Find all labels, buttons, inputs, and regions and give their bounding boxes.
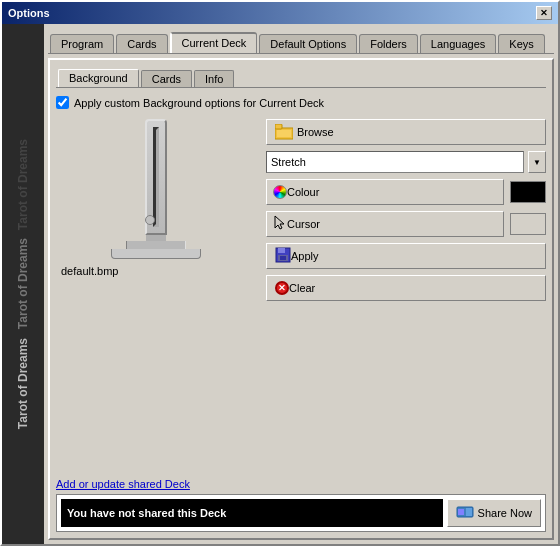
inner-tab-cards[interactable]: Cards	[141, 70, 192, 87]
save-icon	[275, 247, 291, 265]
bottom-section: Add or update shared Deck You have not s…	[56, 470, 546, 532]
monitor-base-top	[126, 241, 186, 249]
svg-rect-1	[275, 124, 282, 129]
colour-button[interactable]: Colour	[266, 179, 504, 205]
close-button[interactable]: ✕	[536, 6, 552, 20]
sidebar-text-2: Tarot of Dreams	[16, 238, 30, 329]
tab-keys[interactable]: Keys	[498, 34, 544, 53]
folder-icon	[275, 123, 293, 141]
cursor-button[interactable]: Cursor	[266, 211, 504, 237]
monitor-area: default.bmp	[56, 119, 256, 460]
main-content: Program Cards Current Deck Default Optio…	[44, 24, 558, 544]
custom-background-checkbox[interactable]	[56, 96, 69, 109]
tab-languages[interactable]: Languages	[420, 34, 496, 53]
tab-folders[interactable]: Folders	[359, 34, 418, 53]
share-icon	[456, 504, 474, 522]
colour-row: Colour	[266, 179, 546, 205]
sidebar-text-3: Tarot of Dreams	[16, 338, 30, 429]
title-bar: Options ✕	[2, 2, 558, 24]
svg-marker-3	[275, 216, 284, 229]
tab-program[interactable]: Program	[50, 34, 114, 53]
top-tab-bar: Program Cards Current Deck Default Optio…	[48, 28, 554, 54]
buttons-area: Browse Stretch Tile Center Fit ▼	[266, 119, 546, 460]
svg-rect-9	[458, 509, 464, 515]
monitor-power-button	[145, 215, 155, 225]
inner-tab-background[interactable]: Background	[58, 69, 139, 87]
monitor-filename-label: default.bmp	[56, 265, 118, 277]
stretch-select[interactable]: Stretch Tile Center Fit	[266, 151, 524, 173]
clear-icon: ✕	[275, 281, 289, 295]
tab-cards[interactable]: Cards	[116, 34, 167, 53]
colour-swatch[interactable]	[510, 181, 546, 203]
stretch-dropdown-row: Stretch Tile Center Fit ▼	[266, 151, 546, 173]
monitor-screen	[153, 127, 159, 227]
inner-tab-bar: Background Cards Info	[56, 66, 546, 88]
dropdown-arrow-icon[interactable]: ▼	[528, 151, 546, 173]
tab-default-options[interactable]: Default Options	[259, 34, 357, 53]
cursor-preview-box	[510, 213, 546, 235]
sidebar: Tarot of Dreams Tarot of Dreams Tarot of…	[2, 24, 44, 544]
share-now-button[interactable]: Share Now	[447, 499, 541, 527]
cursor-icon	[273, 215, 287, 233]
window-title: Options	[8, 7, 50, 19]
window-body: Tarot of Dreams Tarot of Dreams Tarot of…	[2, 24, 558, 544]
options-window: Options ✕ Tarot of Dreams Tarot of Dream…	[0, 0, 560, 546]
main-section: default.bmp	[56, 119, 546, 460]
svg-rect-5	[278, 248, 285, 253]
custom-background-label: Apply custom Background options for Curr…	[74, 97, 324, 109]
apply-button[interactable]: Apply	[266, 243, 546, 269]
checkbox-row: Apply custom Background options for Curr…	[56, 96, 546, 109]
inner-tab-info[interactable]: Info	[194, 70, 234, 87]
content-area: Apply custom Background options for Curr…	[56, 96, 546, 532]
browse-button[interactable]: Browse	[266, 119, 546, 145]
svg-rect-7	[280, 256, 286, 260]
share-status-text: You have not shared this Deck	[61, 499, 443, 527]
cursor-row: Cursor	[266, 211, 546, 237]
tab-current-deck[interactable]: Current Deck	[170, 32, 258, 53]
share-link[interactable]: Add or update shared Deck	[56, 478, 546, 490]
clear-button[interactable]: ✕ Clear	[266, 275, 546, 301]
svg-rect-2	[277, 130, 291, 137]
inner-panel: Background Cards Info Apply custom Backg…	[48, 58, 554, 540]
sidebar-text-1: Tarot of Dreams	[16, 139, 30, 230]
colour-icon	[273, 185, 287, 199]
share-row: You have not shared this Deck Shar	[56, 494, 546, 532]
monitor-base-bottom	[111, 249, 201, 259]
svg-rect-10	[466, 508, 472, 516]
monitor-body	[145, 119, 167, 235]
